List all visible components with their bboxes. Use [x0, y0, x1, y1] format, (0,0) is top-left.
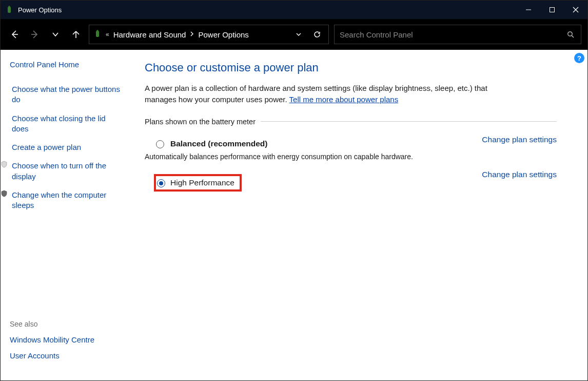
sidebar-link-create-plan[interactable]: Create a power plan [10, 139, 124, 156]
window-title: Power Options [18, 6, 62, 14]
back-button[interactable] [7, 27, 22, 42]
sidebar: Control Panel Home Choose what the power… [1, 50, 131, 381]
change-plan-settings-link[interactable]: Change plan settings [482, 135, 557, 144]
plans-group-label: Plans shown on the battery meter [145, 118, 557, 126]
page-title: Choose or customise a power plan [145, 61, 557, 74]
power-options-icon [5, 5, 14, 14]
address-bar[interactable]: « Hardware and Sound Power Options [89, 25, 329, 44]
svg-rect-9 [97, 30, 99, 31]
svg-rect-8 [96, 31, 99, 37]
shield-icon [0, 190, 9, 211]
change-plan-settings-link[interactable]: Change plan settings [482, 170, 557, 179]
help-icon[interactable]: ? [574, 53, 584, 63]
recent-locations-button[interactable] [48, 27, 63, 42]
sidebar-link-display-off[interactable]: Choose when to turn off the display [10, 158, 124, 185]
navbar: « Hardware and Sound Power Options [1, 19, 587, 50]
search-input[interactable] [340, 30, 565, 39]
breadcrumb-item[interactable]: Hardware and Sound [113, 30, 186, 39]
svg-point-10 [568, 32, 572, 36]
svg-rect-0 [8, 7, 11, 13]
sidebar-link-lid[interactable]: Choose what closing the lid does [10, 110, 124, 138]
breadcrumb-prefix-icon: « [106, 31, 109, 38]
content-area: ? Control Panel Home Choose what the pow… [1, 50, 587, 381]
see-also-link-mobility[interactable]: Windows Mobility Centre [10, 335, 124, 344]
plan-name: Balanced (recommended) [170, 139, 268, 148]
titlebar: Power Options [1, 1, 587, 19]
forward-button[interactable] [27, 27, 43, 42]
highlight-box: High Performance [154, 174, 242, 192]
plan-balanced: Balanced (recommended) Change plan setti… [145, 135, 557, 161]
search-icon[interactable] [565, 31, 576, 38]
chevron-right-icon [190, 31, 194, 38]
see-also-link-user-accounts[interactable]: User Accounts [10, 351, 124, 360]
see-also-heading: See also [10, 320, 124, 328]
main-pane: Choose or customise a power plan A power… [131, 50, 587, 381]
sidebar-link-label: Choose what closing the lid does [12, 113, 124, 135]
plan-option-balanced[interactable]: Balanced (recommended) [145, 135, 268, 153]
sidebar-link-label: Choose when to turn off the display [12, 161, 124, 182]
breadcrumb-item[interactable]: Power Options [198, 30, 248, 39]
svg-rect-1 [9, 6, 10, 7]
radio-selected-icon[interactable] [157, 179, 165, 187]
page-description: A power plan is a collection of hardware… [145, 83, 514, 105]
shield-icon [0, 161, 9, 182]
svg-line-11 [572, 35, 574, 37]
control-panel-home-link[interactable]: Control Panel Home [10, 60, 124, 69]
power-options-icon [93, 30, 102, 40]
search-bar[interactable] [334, 25, 581, 44]
radio-unselected-icon[interactable] [156, 140, 164, 148]
sidebar-link-sleep[interactable]: Change when the computer sleeps [10, 187, 124, 214]
close-button[interactable] [564, 1, 587, 19]
up-button[interactable] [68, 27, 84, 42]
svg-rect-3 [550, 8, 555, 12]
sidebar-link-label: Choose what the power buttons do [12, 84, 124, 105]
plan-name: High Performance [170, 178, 234, 187]
fieldset-text: Plans shown on the battery meter [145, 118, 256, 126]
sidebar-link-label: Create a power plan [12, 142, 81, 153]
address-dropdown-button[interactable] [291, 27, 306, 42]
maximize-button[interactable] [540, 1, 564, 19]
sidebar-link-label: Change when the computer sleeps [12, 190, 124, 211]
minimize-button[interactable] [517, 1, 540, 19]
divider [261, 121, 557, 122]
tell-me-more-link[interactable]: Tell me more about power plans [289, 95, 399, 104]
plan-description: Automatically balances performance with … [145, 153, 557, 161]
refresh-button[interactable] [310, 27, 324, 42]
plan-option-high-performance[interactable]: High Performance [145, 170, 242, 196]
sidebar-link-power-buttons[interactable]: Choose what the power buttons do [10, 81, 124, 108]
plan-high-performance: High Performance Change plan settings [145, 170, 557, 196]
